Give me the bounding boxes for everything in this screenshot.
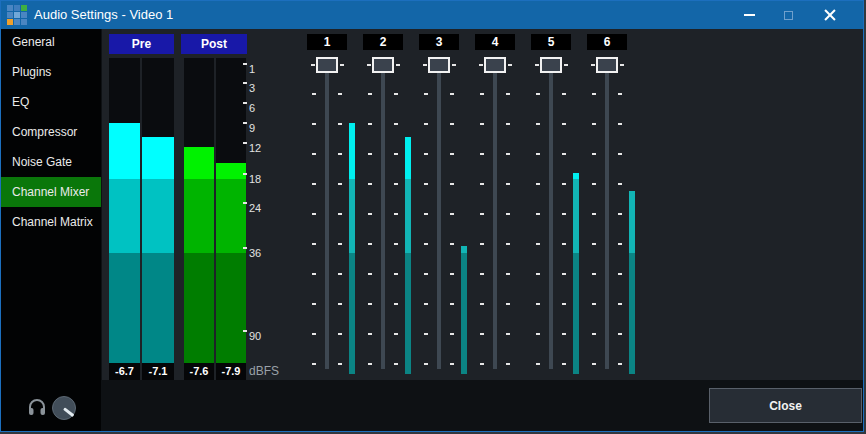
fader-scale-tick bbox=[506, 273, 510, 275]
headphones-icon[interactable] bbox=[28, 399, 46, 416]
fader-scale-tick bbox=[338, 123, 342, 125]
fader-scale-tick bbox=[618, 183, 622, 185]
channel-level-meter bbox=[517, 64, 523, 374]
fader-scale-tick bbox=[618, 363, 622, 365]
fader-scale-tick bbox=[592, 303, 596, 305]
fader-scale-tick bbox=[480, 213, 484, 215]
fader-scale-tick bbox=[312, 273, 316, 275]
logo-cell bbox=[7, 19, 13, 25]
fader-scale-tick bbox=[450, 213, 454, 215]
fader-scale-tick bbox=[506, 363, 510, 365]
sidebar-item-compressor[interactable]: Compressor bbox=[1, 117, 101, 147]
meter-band bbox=[573, 253, 579, 374]
meter-band bbox=[142, 179, 174, 253]
channel-level-meter bbox=[629, 64, 635, 374]
fader-scale-tick bbox=[450, 363, 454, 365]
fader-scale-tick bbox=[592, 363, 596, 365]
meter-band bbox=[349, 179, 355, 253]
fader-scale-tick bbox=[338, 213, 342, 215]
fader-scale-tick bbox=[424, 123, 428, 125]
scale-tick-mark bbox=[243, 173, 247, 175]
fader-handle[interactable] bbox=[540, 57, 562, 73]
fader-scale-tick bbox=[536, 363, 540, 365]
logo-cell bbox=[14, 5, 20, 11]
fader-handle[interactable] bbox=[316, 57, 338, 73]
fader-handle[interactable] bbox=[428, 57, 450, 73]
fader-track[interactable] bbox=[605, 59, 609, 369]
fader-scale-tick bbox=[450, 153, 454, 155]
fader-scale-tick bbox=[592, 123, 596, 125]
fader-scale-tick bbox=[592, 243, 596, 245]
close-icon bbox=[824, 9, 836, 21]
channel-number: 6 bbox=[587, 34, 627, 50]
fader-scale-tick bbox=[424, 333, 428, 335]
fader-scale-tick bbox=[338, 333, 342, 335]
meter-value: -7.1 bbox=[142, 363, 174, 380]
close-window-button[interactable] bbox=[809, 1, 851, 29]
fader-scale-tick bbox=[424, 363, 428, 365]
fader-scale-tick bbox=[562, 123, 566, 125]
minimize-button[interactable] bbox=[728, 1, 770, 29]
fader-scale-tick bbox=[450, 333, 454, 335]
meter-band bbox=[461, 253, 467, 374]
fader-track[interactable] bbox=[437, 59, 441, 369]
fader-scale-tick bbox=[312, 153, 316, 155]
scale-tick-label: 12 bbox=[249, 141, 261, 155]
fader-handle-tick bbox=[508, 64, 512, 66]
fader-scale-tick bbox=[394, 153, 398, 155]
channel-number: 2 bbox=[363, 34, 403, 50]
fader-scale-tick bbox=[394, 183, 398, 185]
scale-tick-mark bbox=[243, 122, 247, 124]
audio-settings-window: Audio Settings - Video 1 GeneralPluginsE… bbox=[0, 0, 864, 432]
fader-handle-tick bbox=[620, 64, 624, 66]
fader-track[interactable] bbox=[325, 59, 329, 369]
scale-tick-mark bbox=[243, 82, 247, 84]
meter-band bbox=[405, 179, 411, 253]
fader-scale-tick bbox=[312, 123, 316, 125]
settings-sidebar: GeneralPluginsEQCompressorNoise GateChan… bbox=[1, 29, 101, 432]
fader-scale-tick bbox=[536, 243, 540, 245]
fader-scale-tick bbox=[394, 123, 398, 125]
fader-scale-tick bbox=[536, 93, 540, 95]
meter-band bbox=[629, 253, 635, 374]
fader-scale-tick bbox=[618, 153, 622, 155]
channel-number: 1 bbox=[307, 34, 347, 50]
meter-mask bbox=[629, 64, 635, 191]
fader-track[interactable] bbox=[493, 59, 497, 369]
fader-scale-tick bbox=[450, 183, 454, 185]
fader-handle[interactable] bbox=[596, 57, 618, 73]
fader-handle[interactable] bbox=[372, 57, 394, 73]
meter-mask bbox=[142, 58, 174, 137]
fader-scale-tick bbox=[368, 183, 372, 185]
sidebar-item-eq[interactable]: EQ bbox=[1, 87, 101, 117]
scale-tick-mark bbox=[243, 330, 247, 332]
fader-scale-tick bbox=[592, 333, 596, 335]
meter-mask bbox=[109, 58, 140, 123]
logo-cell bbox=[7, 12, 13, 18]
close-button[interactable]: Close bbox=[709, 388, 862, 423]
scale-tick-mark bbox=[243, 102, 247, 104]
scale-tick-mark bbox=[243, 247, 247, 249]
fader-handle[interactable] bbox=[484, 57, 506, 73]
fader-track[interactable] bbox=[381, 59, 385, 369]
maximize-button[interactable] bbox=[767, 1, 809, 29]
sidebar-item-channel-mixer[interactable]: Channel Mixer bbox=[1, 177, 101, 207]
fader-scale-tick bbox=[618, 123, 622, 125]
channel-level-meter bbox=[461, 64, 467, 374]
fader-track[interactable] bbox=[549, 59, 553, 369]
headphone-volume-knob[interactable] bbox=[52, 396, 76, 420]
fader-scale-tick bbox=[424, 213, 428, 215]
channel-level-meter bbox=[573, 64, 579, 374]
fader-scale-tick bbox=[312, 93, 316, 95]
sidebar-item-noise-gate[interactable]: Noise Gate bbox=[1, 147, 101, 177]
fader-scale-tick bbox=[368, 273, 372, 275]
level-meter bbox=[142, 58, 174, 369]
sidebar-item-general[interactable]: General bbox=[1, 27, 101, 57]
fader-scale-tick bbox=[394, 333, 398, 335]
sidebar-item-plugins[interactable]: Plugins bbox=[1, 57, 101, 87]
meter-value: -7.6 bbox=[184, 363, 214, 380]
fader-scale-tick bbox=[618, 273, 622, 275]
meter-mask bbox=[216, 58, 246, 163]
sidebar-item-channel-matrix[interactable]: Channel Matrix bbox=[1, 207, 101, 237]
meter-mask bbox=[461, 64, 467, 246]
